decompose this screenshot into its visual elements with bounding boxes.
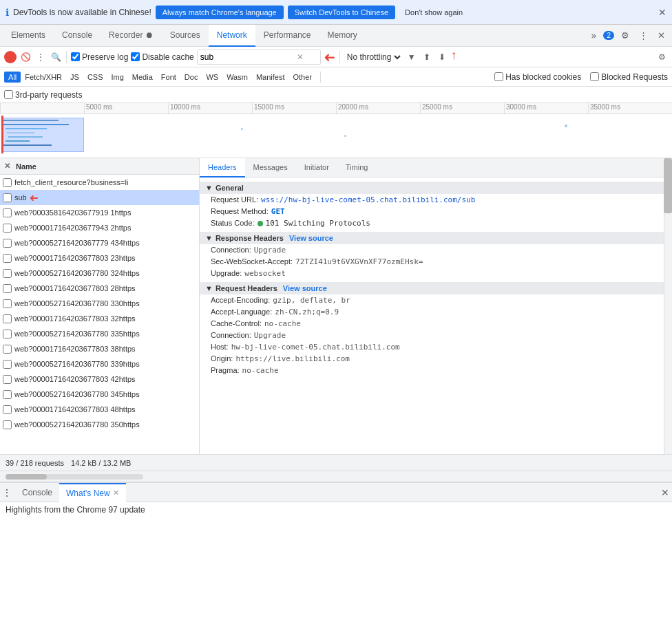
network-search-input[interactable]	[200, 52, 297, 62]
detail-tab-initiator[interactable]: Initiator	[296, 158, 337, 177]
list-item[interactable]: web?000052716420367780 335https	[0, 326, 199, 341]
tab-recorder[interactable]: Recorder ⏺	[101, 25, 162, 47]
detail-tab-headers[interactable]: Headers	[200, 158, 245, 177]
list-item[interactable]: web?000017164203677803 42https	[0, 372, 199, 387]
list-item[interactable]: web?000052716420367780 350https	[0, 417, 199, 432]
filter-font[interactable]: Font	[157, 72, 180, 83]
dont-show-again-button[interactable]: Don't show again	[399, 6, 468, 19]
filter-all[interactable]: All	[4, 72, 21, 83]
disable-cache-checkbox[interactable]	[131, 52, 140, 61]
filter-img[interactable]: Img	[107, 72, 128, 83]
disable-cache-label[interactable]: Disable cache	[131, 52, 193, 62]
tab-sources[interactable]: Sources	[162, 25, 209, 47]
list-close-icon[interactable]: ✕	[4, 162, 10, 171]
request-item-sub[interactable]: sub ➜	[0, 190, 199, 205]
record-button[interactable]	[4, 51, 17, 63]
cb[interactable]	[3, 345, 12, 354]
network-settings-icon[interactable]: ⚙	[655, 51, 668, 63]
preserve-log-checkbox[interactable]	[71, 52, 80, 61]
filter-css[interactable]: CSS	[83, 72, 107, 83]
throttle-select[interactable]: No throttling Fast 3G Slow 3G	[344, 52, 403, 63]
list-item[interactable]: web?000052716420367780 339https	[0, 356, 199, 372]
third-party-checkbox[interactable]	[4, 90, 13, 99]
horizontal-scrollbar-thumb[interactable]	[6, 474, 47, 480]
cb[interactable]	[3, 269, 12, 278]
list-item[interactable]: web?000017164203677803 28https	[0, 281, 199, 296]
bottom-tab-whats-new[interactable]: What's New ✕	[59, 483, 126, 502]
has-blocked-checkbox[interactable]	[494, 72, 503, 81]
detail-tab-messages[interactable]: Messages	[245, 158, 296, 177]
tab-memory[interactable]: Memory	[319, 25, 366, 47]
filter-media[interactable]: Media	[128, 72, 157, 83]
bottom-dots-icon[interactable]: ⋮	[3, 488, 11, 497]
filter-fetch-xhr[interactable]: Fetch/XHR	[21, 72, 66, 83]
info-bar-close-icon[interactable]: ✕	[658, 7, 666, 18]
horizontal-scrollbar[interactable]	[6, 474, 143, 480]
filter-ws[interactable]: WS	[202, 72, 222, 83]
request-list[interactable]: fetch_client_resource?business=li sub ➜ …	[0, 175, 199, 454]
cb[interactable]	[3, 299, 12, 308]
list-item[interactable]: web?000017164203677803 48https	[0, 402, 199, 417]
filter-doc[interactable]: Doc	[180, 72, 202, 83]
general-section-header[interactable]: ▼ General	[200, 182, 664, 194]
cb[interactable]	[3, 405, 12, 414]
settings-icon[interactable]: ⚙	[617, 28, 633, 44]
list-item[interactable]: web?000052716420367780 330https	[0, 296, 199, 311]
response-headers-section[interactable]: ▼ Response Headers View source	[200, 232, 664, 244]
list-item[interactable]: web?000017164203677943 2https	[0, 220, 199, 235]
switch-to-chinese-button[interactable]: Switch DevTools to Chinese	[288, 6, 395, 19]
cb[interactable]	[3, 375, 12, 384]
scrollbar-thumb[interactable]	[664, 158, 672, 213]
cb[interactable]	[3, 360, 12, 369]
network-search-bar[interactable]: ✕	[197, 50, 321, 65]
tab-network[interactable]: Network	[209, 25, 255, 47]
request-headers-section[interactable]: ▼ Request Headers View source	[200, 282, 664, 294]
cb[interactable]	[3, 330, 12, 338]
list-item[interactable]: web?000017164203677803 32https	[0, 311, 199, 326]
list-item[interactable]: web?000052716420367779 434https	[0, 235, 199, 250]
blocked-requests-label[interactable]: Blocked Requests	[590, 72, 668, 82]
filter-other[interactable]: Other	[288, 72, 316, 83]
tabs-more-icon[interactable]: »	[585, 28, 602, 44]
clear-button[interactable]: 🚫	[19, 51, 32, 63]
filter-icon[interactable]: ⋮	[34, 51, 47, 63]
response-headers-view-source[interactable]: View source	[289, 234, 333, 242]
bottom-close-icon[interactable]: ✕	[661, 487, 669, 498]
cb[interactable]	[3, 284, 12, 293]
list-item[interactable]: web?000358164203677919 1https	[0, 205, 199, 220]
request-checkbox-sub[interactable]	[3, 193, 12, 202]
list-item[interactable]: web?000017164203677803 38https	[0, 341, 199, 356]
right-scrollbar[interactable]	[664, 158, 672, 454]
filter-wasm[interactable]: Wasm	[222, 72, 252, 83]
throttle-dropdown-icon[interactable]: ▼	[406, 51, 418, 63]
cb[interactable]	[3, 224, 12, 233]
request-item[interactable]: fetch_client_resource?business=li	[0, 175, 199, 190]
cb[interactable]	[3, 390, 12, 399]
blocked-requests-checkbox[interactable]	[590, 72, 599, 81]
import-icon[interactable]: ⬆	[421, 51, 433, 63]
filter-manifest[interactable]: Manifest	[252, 72, 289, 83]
cb[interactable]	[3, 314, 12, 323]
cb[interactable]	[3, 239, 12, 248]
devtools-close-icon[interactable]: ✕	[653, 28, 669, 44]
list-item[interactable]: web?000052716420367780 345https	[0, 387, 199, 402]
cb[interactable]	[3, 254, 12, 263]
devtools-more-icon[interactable]: ⋮	[635, 28, 651, 44]
bottom-tab-console[interactable]: Console	[15, 483, 59, 502]
filter-js[interactable]: JS	[66, 72, 83, 83]
whats-new-close-icon[interactable]: ✕	[113, 488, 119, 497]
list-item[interactable]: web?000052716420367780 324https	[0, 266, 199, 281]
export-icon[interactable]: ⬇	[436, 51, 448, 63]
preserve-log-label[interactable]: Preserve log	[71, 52, 128, 62]
cb[interactable]	[3, 208, 12, 217]
tab-elements[interactable]: Elements	[3, 25, 54, 47]
search-clear-icon[interactable]: ✕	[297, 52, 304, 62]
request-checkbox[interactable]	[3, 178, 12, 187]
list-item[interactable]: web?000017164203677803 23https	[0, 250, 199, 266]
tab-console[interactable]: Console	[54, 25, 101, 47]
tab-performance[interactable]: Performance	[255, 25, 319, 47]
third-party-label[interactable]: 3rd-party requests	[4, 90, 82, 100]
detail-tab-timing[interactable]: Timing	[337, 158, 377, 177]
match-language-button[interactable]: Always match Chrome's language	[156, 6, 284, 19]
cb[interactable]	[3, 420, 12, 429]
